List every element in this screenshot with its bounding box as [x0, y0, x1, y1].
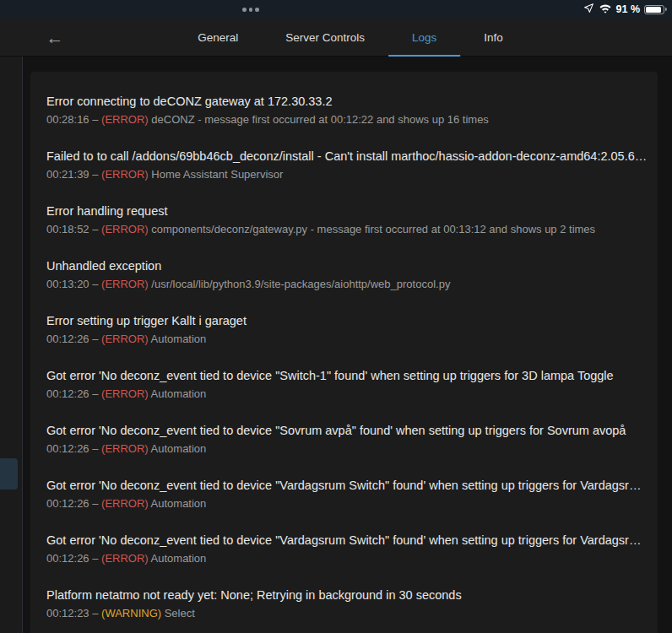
log-list: Error connecting to deCONZ gateway at 17… [46, 94, 648, 621]
back-arrow-icon: ← [46, 28, 64, 48]
location-icon [583, 2, 594, 17]
log-entry-source: Automation [149, 387, 207, 400]
battery-nub [665, 8, 667, 11]
log-entry-title: Platform netatmo not ready yet: None; Re… [46, 587, 648, 603]
log-entry-source: Automation [149, 442, 207, 455]
log-entry-source: Automation [149, 333, 207, 345]
log-entry[interactable]: Failed to to call /addons/69bb46cb_decon… [46, 149, 648, 182]
log-entry-title: Got error 'No deconz_event tied to devic… [46, 423, 648, 439]
log-entry-meta: 00:12:26 – (ERROR) Automation [46, 496, 648, 511]
log-entry-title: Got error 'No deconz_event tied to devic… [46, 368, 648, 384]
back-button[interactable]: ← [39, 19, 71, 57]
content-area: Error connecting to deCONZ gateway at 17… [0, 57, 672, 633]
log-entry[interactable]: Got error 'No deconz_event tied to devic… [46, 533, 648, 566]
log-entry-source: components/deconz/gateway.py - message f… [149, 223, 595, 235]
log-entry[interactable]: Unhandled exception00:13:20 – (ERROR) /u… [46, 258, 648, 292]
log-entry-title: Got error 'No deconz_event tied to devic… [46, 478, 648, 494]
log-entry-time: 00:13:20 – [46, 278, 101, 290]
sidebar-edge [0, 57, 23, 633]
log-entry-level: (ERROR) [101, 278, 149, 290]
log-entry-title: Failed to to call /addons/69bb46cb_decon… [46, 149, 648, 165]
log-entry[interactable]: Got error 'No deconz_event tied to devic… [46, 368, 648, 402]
log-entry-source: deCONZ - message first occurred at 00:12… [149, 113, 489, 126]
sidebar-active-item-sliver[interactable] [0, 458, 18, 490]
log-entry-meta: 00:12:26 – (ERROR) Automation [46, 387, 648, 402]
log-entry-source: Automation [149, 552, 207, 565]
tab-server-controls[interactable]: Server Controls [262, 19, 388, 57]
log-entry-meta: 00:18:52 – (ERROR) components/deconz/gat… [46, 222, 648, 237]
status-bar-right: 91 % [583, 0, 667, 19]
log-entry-meta: 00:12:23 – (WARNING) Select [46, 606, 648, 621]
log-entry-time: 00:12:26 – [46, 387, 101, 400]
log-entry-time: 00:12:26 – [46, 497, 101, 510]
log-entry-time: 00:12:26 – [46, 333, 101, 345]
log-entry-title: Error setting up trigger Kallt i garaget [46, 313, 648, 329]
battery-percent-label: 91 % [616, 3, 641, 15]
tab-info[interactable]: Info [460, 19, 527, 57]
log-entry-meta: 00:12:26 – (ERROR) Automation [46, 441, 648, 457]
log-entry-title: Unhandled exception [46, 258, 648, 274]
log-entry-level: (ERROR) [101, 442, 149, 455]
log-entry-time: 00:18:52 – [46, 223, 101, 235]
app-toolbar: ← GeneralServer ControlsLogsInfo [0, 19, 672, 57]
log-entry-level: (ERROR) [101, 497, 149, 510]
log-entry-meta: 00:21:39 – (ERROR) Home Assistant Superv… [46, 167, 648, 182]
multitask-indicator-icon[interactable] [242, 8, 259, 12]
tab-logs[interactable]: Logs [388, 19, 460, 57]
log-entry-time: 00:12:26 – [46, 552, 101, 565]
log-entry-time: 00:12:26 – [46, 442, 101, 455]
log-entry-source: Select [161, 607, 195, 619]
battery-fill [646, 7, 661, 13]
log-entry-meta: 00:28:16 – (ERROR) deCONZ - message firs… [46, 112, 648, 127]
log-entry-level: (ERROR) [101, 333, 149, 345]
log-card: Error connecting to deCONZ gateway at 17… [30, 72, 658, 633]
log-entry-level: (ERROR) [101, 168, 149, 181]
wifi-icon [599, 2, 612, 17]
tab-general[interactable]: General [174, 19, 262, 57]
log-entry[interactable]: Error setting up trigger Kallt i garaget… [46, 313, 648, 347]
log-entry-level: (ERROR) [101, 113, 149, 126]
log-entry[interactable]: Platform netatmo not ready yet: None; Re… [46, 587, 648, 621]
log-entry-time: 00:28:16 – [46, 113, 101, 126]
log-entry-level: (ERROR) [101, 387, 149, 400]
status-bar: 91 % [0, 0, 672, 19]
battery-icon [644, 5, 664, 14]
log-entry-meta: 00:12:26 – (ERROR) Automation [46, 332, 648, 347]
log-entry-meta: 00:12:26 – (ERROR) Automation [46, 551, 648, 566]
log-entry-title: Error handling request [46, 203, 648, 219]
tab-bar: GeneralServer ControlsLogsInfo [174, 19, 527, 57]
log-entry-source: Automation [149, 497, 207, 510]
log-entry[interactable]: Got error 'No deconz_event tied to devic… [46, 478, 648, 511]
log-entry-time: 00:21:39 – [46, 168, 101, 181]
log-entry[interactable]: Error handling request00:18:52 – (ERROR)… [46, 203, 648, 237]
log-entry-source: /usr/local/lib/python3.9/site-packages/a… [149, 278, 451, 290]
log-entry-title: Got error 'No deconz_event tied to devic… [46, 533, 648, 549]
log-entry[interactable]: Got error 'No deconz_event tied to devic… [46, 423, 648, 457]
log-entry-level: (WARNING) [101, 607, 161, 619]
log-entry-level: (ERROR) [101, 552, 149, 565]
log-entry-time: 00:12:23 – [46, 607, 101, 619]
log-entry-source: Home Assistant Supervisor [149, 168, 284, 181]
log-entry-title: Error connecting to deCONZ gateway at 17… [46, 94, 648, 110]
log-entry-meta: 00:13:20 – (ERROR) /usr/local/lib/python… [46, 277, 648, 292]
log-entry[interactable]: Error connecting to deCONZ gateway at 17… [46, 94, 648, 127]
log-entry-level: (ERROR) [101, 223, 149, 235]
